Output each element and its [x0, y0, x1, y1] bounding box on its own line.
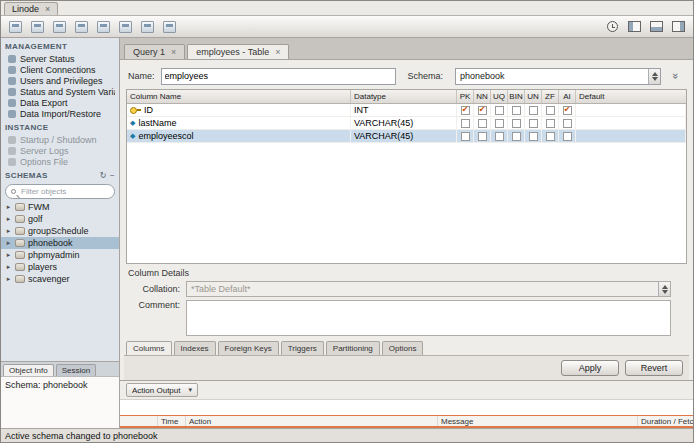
- schema-item-phpmyadmin[interactable]: ▸phpmyadmin: [1, 249, 119, 261]
- schema-item-players[interactable]: ▸players: [1, 261, 119, 273]
- schema-item-scavenger[interactable]: ▸scavenger: [1, 273, 119, 285]
- columns-grid: Column NameDatatypePKNNUQBINUNZFAIDefaul…: [126, 89, 687, 264]
- unchecked-checkbox[interactable]: [563, 119, 572, 128]
- tab-options[interactable]: Options: [382, 341, 424, 355]
- collation-label: Collation:: [128, 284, 180, 294]
- unchecked-checkbox[interactable]: [529, 132, 538, 141]
- unchecked-checkbox[interactable]: [546, 119, 555, 128]
- sidebar-item-users-and-privileges[interactable]: Users and Privileges: [1, 75, 119, 86]
- editor-tabs: ColumnsIndexesForeign KeysTriggersPartit…: [124, 338, 689, 356]
- table-name-input[interactable]: [161, 68, 396, 85]
- unchecked-checkbox[interactable]: [512, 132, 521, 141]
- datatype-cell: VARCHAR(45): [351, 117, 457, 129]
- expander-icon[interactable]: ▸: [5, 263, 12, 271]
- sidebar-item-options-file[interactable]: Options File: [1, 156, 119, 167]
- schema-item-phonebook[interactable]: ▸phonebook: [1, 237, 119, 249]
- expander-icon[interactable]: ▸: [5, 215, 12, 223]
- columns-grid-rows: IDINT✔✔✔◆lastNameVARCHAR(45)◆employeesco…: [127, 104, 686, 143]
- unchecked-checkbox[interactable]: [546, 106, 555, 115]
- checked-checkbox[interactable]: ✔: [563, 106, 572, 115]
- schema-item-fwm[interactable]: ▸FWM: [1, 201, 119, 213]
- toggle-secondary-sidebar-button[interactable]: [669, 18, 688, 36]
- column-row-employeescol[interactable]: ◆employeescolVARCHAR(45): [127, 130, 686, 143]
- new-connection-button[interactable]: [28, 18, 47, 36]
- sidebar-item-server-logs[interactable]: Server Logs: [1, 145, 119, 156]
- unchecked-checkbox[interactable]: [461, 132, 470, 141]
- refresh-schemas-icon[interactable]: ↻: [100, 171, 107, 180]
- sidebar-item-server-status[interactable]: Server Status: [1, 53, 119, 64]
- column-row-id[interactable]: IDINT✔✔✔: [127, 104, 686, 117]
- unchecked-checkbox[interactable]: [478, 119, 487, 128]
- apply-button[interactable]: Apply: [561, 360, 619, 376]
- tab-triggers[interactable]: Triggers: [281, 341, 324, 355]
- tab-close-icon[interactable]: ×: [171, 47, 176, 57]
- comment-textarea[interactable]: [186, 300, 671, 336]
- unchecked-checkbox[interactable]: [495, 106, 504, 115]
- tab-object-info[interactable]: Object Info: [3, 364, 54, 376]
- output-type-select[interactable]: Action Output ▾: [126, 383, 198, 397]
- create-view-button[interactable]: [116, 18, 135, 36]
- tab-columns[interactable]: Columns: [126, 341, 172, 355]
- schema-icon: [15, 251, 25, 259]
- expander-icon[interactable]: ▸: [5, 275, 12, 283]
- expander-icon[interactable]: ▸: [5, 227, 12, 235]
- sidebar-item-data-export[interactable]: Data Export: [1, 97, 119, 108]
- revert-button[interactable]: Revert: [625, 360, 683, 376]
- collapse-editor-button[interactable]: »: [667, 68, 685, 85]
- sidebar-item-label: Client Connections: [20, 65, 96, 75]
- tab-indexes[interactable]: Indexes: [174, 341, 216, 355]
- unchecked-checkbox[interactable]: [495, 119, 504, 128]
- unchecked-checkbox[interactable]: [529, 119, 538, 128]
- unchecked-checkbox[interactable]: [512, 119, 521, 128]
- tab-foreign-keys[interactable]: Foreign Keys: [218, 341, 279, 355]
- unchecked-checkbox[interactable]: [563, 132, 572, 141]
- toggle-output-button[interactable]: [647, 18, 666, 36]
- schema-filter[interactable]: [5, 184, 115, 199]
- tab-employees-table[interactable]: employees - Table×: [187, 44, 289, 59]
- sidebar-item-data-import-restore[interactable]: Data Import/Restore: [1, 108, 119, 119]
- schema-filter-input[interactable]: [19, 186, 99, 197]
- checked-checkbox[interactable]: ✔: [478, 106, 487, 115]
- connection-tab[interactable]: Linode ×: [4, 2, 58, 15]
- unchecked-checkbox[interactable]: [495, 132, 504, 141]
- collapse-schemas-icon[interactable]: −: [110, 171, 115, 180]
- management-section-header: MANAGEMENT: [1, 38, 119, 53]
- stepper-icon[interactable]: [658, 282, 670, 296]
- flag-cell-ai: [559, 117, 576, 129]
- unchecked-checkbox[interactable]: [529, 106, 538, 115]
- schemas-section-header: SCHEMAS ↻−: [1, 167, 119, 182]
- sidebar-item-client-connections[interactable]: Client Connections: [1, 64, 119, 75]
- expander-icon[interactable]: ▸: [5, 251, 12, 259]
- expander-icon[interactable]: ▸: [5, 203, 12, 211]
- instance-header-label: INSTANCE: [5, 123, 49, 132]
- tab-close-icon[interactable]: ×: [275, 47, 280, 57]
- create-schema-button[interactable]: [72, 18, 91, 36]
- tab-session[interactable]: Session: [56, 364, 96, 376]
- column-row-lastname[interactable]: ◆lastNameVARCHAR(45): [127, 117, 686, 130]
- tab-query-1[interactable]: Query 1×: [124, 44, 185, 59]
- connection-tab-close-icon[interactable]: ×: [45, 4, 50, 14]
- stepper-icon[interactable]: [648, 69, 660, 84]
- schema-item-golf[interactable]: ▸golf: [1, 213, 119, 225]
- toggle-sidebar-button[interactable]: [625, 18, 644, 36]
- new-query-tab-button[interactable]: [6, 18, 25, 36]
- create-routine-button[interactable]: [138, 18, 157, 36]
- create-table-icon: [97, 21, 110, 33]
- collation-select[interactable]: *Table Default*: [186, 281, 671, 297]
- search-objects-button[interactable]: [160, 18, 179, 36]
- schema-select[interactable]: phonebook: [455, 68, 661, 85]
- status-clock-button[interactable]: [603, 18, 622, 36]
- expander-icon[interactable]: ▸: [5, 239, 12, 247]
- schema-item-groupschedule[interactable]: ▸groupSchedule: [1, 225, 119, 237]
- create-table-button[interactable]: [94, 18, 113, 36]
- open-script-button[interactable]: [50, 18, 69, 36]
- tab-partitioning[interactable]: Partitioning: [326, 341, 380, 355]
- sidebar-item-startup-shutdown[interactable]: Startup / Shutdown: [1, 134, 119, 145]
- unchecked-checkbox[interactable]: [478, 132, 487, 141]
- unchecked-checkbox[interactable]: [546, 132, 555, 141]
- tab-label: employees - Table: [196, 47, 269, 57]
- sidebar-item-status-and-system-variables[interactable]: Status and System Variables: [1, 86, 119, 97]
- unchecked-checkbox[interactable]: [512, 106, 521, 115]
- checked-checkbox[interactable]: ✔: [461, 106, 470, 115]
- unchecked-checkbox[interactable]: [461, 119, 470, 128]
